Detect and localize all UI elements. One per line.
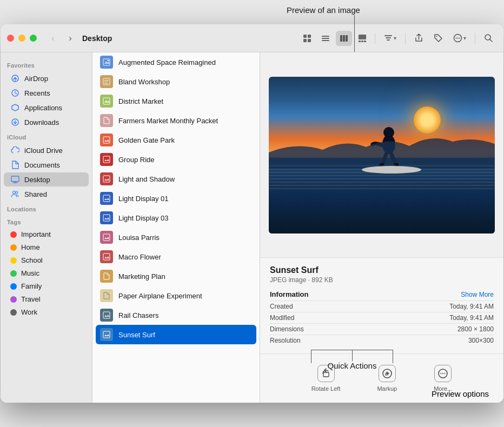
file-name-macro: Macro Flower [118,253,161,261]
svg-rect-10 [359,35,366,39]
group-button[interactable]: ▾ [380,31,401,46]
sidebar-item-downloads-label: Downloads [24,118,59,126]
show-more-button[interactable]: Show More [461,291,494,298]
svg-point-21 [459,38,460,39]
file-item-light-01[interactable]: Light Display 01 [92,189,260,208]
svg-rect-2 [303,39,307,42]
sidebar-item-music-label: Music [21,269,39,277]
desktop-icon [10,175,20,184]
info-row-dimensions: Dimensions 2800 × 1800 [270,323,494,335]
tags-label: Tags [1,215,92,228]
svg-point-28 [13,191,16,194]
sidebar-item-applications[interactable]: Applications [4,101,89,115]
sidebar-item-airdrop[interactable]: AirDrop [4,71,89,85]
svg-rect-34 [104,82,108,82]
file-name-light-03: Light Display 03 [118,214,169,222]
breadcrumb-title: Desktop [82,34,112,43]
file-item-golden[interactable]: Golden Gate Park [92,130,260,150]
sidebar-item-family[interactable]: Family [4,280,89,292]
svg-point-53 [441,373,442,374]
icloud-label: iCloud [1,130,92,143]
markup-button[interactable]: Markup [369,362,404,395]
favorites-label: Favorites [1,58,92,71]
more-button[interactable]: More... [426,362,460,395]
sidebar-item-desktop[interactable]: Desktop [4,172,89,186]
sidebar-item-icloud-drive-label: iCloud Drive [24,146,63,155]
work-tag-dot [10,309,17,316]
view-gallery-button[interactable] [354,31,370,46]
minimize-button[interactable] [18,35,25,42]
info-header: Information Show More [270,290,494,298]
svg-rect-14 [384,35,392,36]
file-icon-sunset [100,328,113,341]
important-tag-dot [10,231,17,238]
svg-rect-27 [11,176,19,182]
applications-icon [10,103,20,112]
svg-rect-42 [103,234,110,241]
view-grid-button[interactable] [299,31,315,46]
file-item-louisa[interactable]: Louisa Parris [92,228,260,247]
sidebar-item-downloads[interactable]: Downloads [4,115,89,129]
forward-button[interactable]: › [63,31,78,46]
file-item-augmented[interactable]: Augmented Space Reimagined [92,52,260,72]
sidebar-item-recents[interactable]: Recents [4,86,89,100]
view-list-button[interactable] [317,31,334,46]
svg-rect-40 [103,195,110,202]
sidebar-item-desktop-label: Desktop [24,176,50,184]
back-button[interactable]: ‹ [45,31,61,46]
file-name-rail: Rail Chasers [118,311,158,319]
finder-window: ‹ › Desktop [1,24,503,403]
dimensions-value: 2800 × 1800 [457,325,494,333]
sidebar-item-documents-label: Documents [24,161,60,169]
file-item-group[interactable]: Group Ride [92,150,260,169]
fullscreen-button[interactable] [30,35,37,42]
file-item-macro[interactable]: Macro Flower [92,247,260,266]
view-columns-button[interactable] [336,31,352,46]
close-button[interactable] [7,35,14,42]
file-item-marketing[interactable]: Marketing Plan [92,266,260,286]
toolbar-right: ▾ ▾ [299,31,497,46]
sidebar-item-school[interactable]: School [4,254,89,266]
info-section-label: Information [270,290,309,298]
family-tag-dot [10,283,17,290]
file-item-sunset[interactable]: Sunset Surf [96,325,256,344]
sidebar-item-home[interactable]: Home [4,241,89,253]
file-item-district[interactable]: District Market [92,91,260,111]
sidebar-item-work[interactable]: Work [4,306,89,318]
svg-rect-11 [359,41,361,42]
preview-file-subtitle: JPEG image · 892 KB [270,276,494,284]
file-icon-group [100,153,113,166]
markup-label: Markup [377,385,397,392]
toolbar-divider-3 [475,33,475,44]
svg-rect-35 [104,83,108,84]
search-button[interactable] [480,31,497,46]
svg-rect-13 [364,41,366,42]
sidebar-item-shared[interactable]: Shared [4,187,89,201]
file-item-farmers[interactable]: Farmers Market Monthly Packet [92,111,260,130]
file-item-light-03[interactable]: Light Display 03 [92,208,260,228]
tag-button[interactable] [429,31,447,46]
sidebar-item-travel[interactable]: Travel [4,293,89,305]
sidebar-item-important[interactable]: Important [4,228,89,241]
share-button[interactable] [410,31,427,46]
sidebar-item-documents[interactable]: Documents [4,158,89,172]
documents-icon [10,160,20,170]
file-name-district: District Market [118,97,163,105]
svg-rect-33 [104,80,109,81]
icloud-icon [10,145,20,155]
rotate-left-label: Rotate Left [311,385,341,392]
sidebar-item-music[interactable]: Music [4,267,89,279]
recents-icon [10,88,20,98]
file-icon-bland [100,75,113,88]
file-item-bland[interactable]: Bland Workshop [92,72,260,91]
dimensions-label: Dimensions [270,325,304,333]
rotate-left-button[interactable]: Rotate Left [304,362,348,395]
sidebar-item-icloud-drive[interactable]: iCloud Drive [4,143,89,157]
file-item-paper[interactable]: Paper Airplane Experiment [92,286,260,305]
file-item-rail[interactable]: Rail Chasers [92,305,260,325]
file-item-light-shadow[interactable]: Light and Shadow [92,169,260,189]
sidebar-item-school-label: School [21,256,43,264]
svg-point-51 [386,373,388,375]
more-actions-button[interactable]: ▾ [449,31,470,46]
nav-buttons: ‹ › [45,31,78,46]
